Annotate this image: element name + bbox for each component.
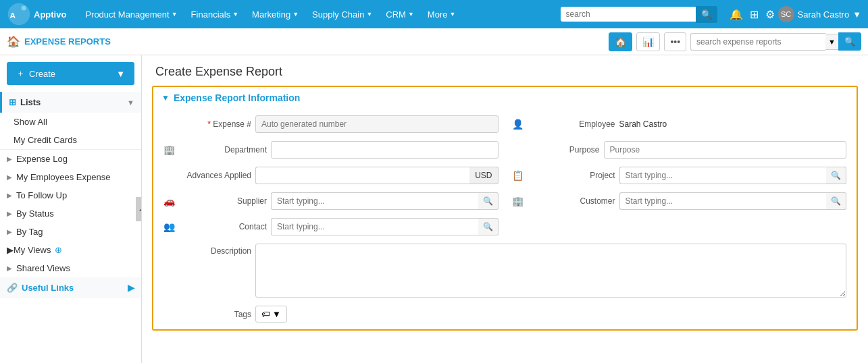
section-title: Expense Report Information [174, 92, 300, 103]
customer-input[interactable] [619, 192, 827, 210]
tags-button[interactable]: 🏷 ▼ [255, 306, 287, 323]
sidebar-item-by-status[interactable]: ▶ By Status [0, 204, 141, 223]
expense-num-input[interactable] [255, 115, 499, 133]
purpose-row: Purpose [512, 141, 847, 159]
purpose-input[interactable] [604, 141, 847, 159]
main-layout: ＋ Create ▼ ⊞ Lists ▼ Show All My Credit … [0, 55, 868, 363]
svg-point-2 [22, 5, 26, 10]
lists-icon: ⊞ [9, 97, 16, 107]
department-label: Department [179, 145, 267, 155]
tag-icon: 🏷 [261, 309, 270, 319]
app-search-button[interactable]: 🔍 [838, 32, 861, 51]
user-menu[interactable]: SC Sarah Castro ▼ [778, 6, 861, 22]
department-input[interactable] [271, 141, 499, 159]
customer-label: Customer [528, 196, 615, 206]
advances-row: Advances Applied 0.00 USD [163, 167, 499, 184]
sidebar-item-my-credit-cards[interactable]: My Credit Cards [0, 131, 141, 149]
lists-header[interactable]: ⊞ Lists ▼ [0, 92, 141, 113]
contact-input-group: 🔍 [271, 218, 499, 235]
nav-arrow-icon: ▼ [232, 11, 238, 18]
add-view-icon: ⊕ [55, 245, 62, 255]
department-row: 🏢 Department [163, 141, 499, 159]
content-area: Create Expense Report ▼ Expense Report I… [142, 55, 868, 363]
lists-chevron: ▼ [127, 99, 134, 107]
create-dropdown-icon: ▼ [116, 69, 125, 79]
create-button[interactable]: ＋ Create ▼ [7, 62, 134, 85]
app-logo[interactable]: A Apptivo [7, 2, 66, 26]
form-body: Expense # 👤 Employee Sarah Castro 🏢 Depa… [153, 109, 857, 329]
employee-row: 👤 Employee Sarah Castro [512, 115, 847, 133]
tags-row: Tags 🏷 ▼ [163, 306, 846, 323]
project-search-button[interactable]: 🔍 [826, 167, 846, 184]
sidebar: ＋ Create ▼ ⊞ Lists ▼ Show All My Credit … [0, 55, 142, 363]
customer-row: 🏢 Customer 🔍 [512, 192, 847, 210]
sidebar-item-my-views[interactable]: ▶ My Views ⊕ [0, 241, 141, 259]
nav-product-management[interactable]: Product Management ▼ [80, 7, 182, 22]
sidebar-item-to-follow-up[interactable]: ▶ To Follow Up [0, 186, 141, 204]
chart-button[interactable]: 📊 [636, 32, 660, 51]
nav-arrow-icon: ▼ [172, 11, 178, 18]
sidebar-item-expense-log[interactable]: ▶ Expense Log [0, 150, 141, 168]
sidebar-item-my-employees-expense[interactable]: ▶ My Employees Expense [0, 168, 141, 186]
page-title: EXPENSE REPORTS [24, 36, 111, 47]
project-row: 📋 Project 🔍 [512, 167, 847, 184]
employee-value: Sarah Castro [619, 119, 667, 129]
avatar: SC [778, 6, 794, 22]
supplier-search-button[interactable]: 🔍 [478, 192, 499, 210]
section-header[interactable]: ▼ Expense Report Information [153, 87, 857, 109]
top-search-button[interactable]: 🔍 [696, 6, 717, 23]
bell-icon[interactable]: 🔔 [730, 8, 743, 21]
chevron-right-icon: ▶ [128, 283, 134, 293]
customer-search-button[interactable]: 🔍 [826, 192, 846, 210]
purpose-label: Purpose [512, 145, 600, 155]
expense-report-info-section: ▼ Expense Report Information Expense # 👤… [152, 86, 858, 331]
project-input-group: 🔍 [619, 167, 847, 184]
plus-icon: ＋ [16, 67, 25, 80]
top-search-input[interactable] [561, 7, 696, 22]
top-navigation: A Apptivo Product Management ▼ Financial… [0, 0, 868, 28]
expand-icon: ▶ [7, 155, 12, 163]
description-input[interactable] [255, 244, 846, 298]
supplier-input[interactable] [271, 192, 478, 210]
nav-arrow-icon: ▼ [366, 11, 372, 18]
nav-more[interactable]: More ▼ [422, 7, 461, 22]
top-icons: 🔔 ⊞ ⚙ [730, 8, 775, 21]
sidebar-collapse-button[interactable]: ◀ [136, 197, 142, 221]
grid-icon[interactable]: ⊞ [750, 8, 759, 21]
expand-icon: ▶ [7, 228, 12, 235]
link-icon: 🔗 [7, 283, 18, 293]
project-input[interactable] [619, 167, 827, 184]
sidebar-item-useful-links[interactable]: 🔗 Useful Links ▶ [0, 277, 141, 298]
project-icon: 📋 [512, 170, 524, 181]
sidebar-item-show-all[interactable]: Show All [0, 113, 141, 131]
home-button[interactable]: 🏠 [609, 32, 632, 51]
contact-row: 👥 Contact 🔍 [163, 218, 499, 235]
contact-input[interactable] [271, 218, 478, 235]
nav-marketing[interactable]: Marketing ▼ [247, 7, 304, 22]
app-bar-actions: 🏠 📊 ••• ▼ 🔍 [609, 32, 861, 51]
customer-input-group: 🔍 [619, 192, 847, 210]
contact-search-button[interactable]: 🔍 [478, 218, 499, 235]
contact-label: Contact [179, 222, 267, 231]
more-options-button[interactable]: ••• [664, 32, 686, 51]
tags-dropdown-icon: ▼ [272, 309, 281, 319]
sidebar-item-shared-views[interactable]: ▶ Shared Views [0, 259, 141, 277]
project-label: Project [528, 171, 615, 180]
description-label: Description [163, 244, 251, 256]
nav-menu: Product Management ▼ Financials ▼ Market… [80, 7, 553, 22]
expand-icon: ▶ [7, 245, 14, 255]
advances-input[interactable]: 0.00 [255, 167, 469, 184]
nav-supply-chain[interactable]: Supply Chain ▼ [307, 7, 378, 22]
app-search-input[interactable] [690, 33, 825, 51]
app-search-dropdown[interactable]: ▼ [825, 34, 838, 50]
advances-label: Advances Applied [163, 171, 251, 180]
sidebar-item-by-tag[interactable]: ▶ By Tag [0, 223, 141, 241]
app-title: 🏠 EXPENSE REPORTS [7, 35, 609, 48]
settings-icon[interactable]: ⚙ [765, 8, 775, 21]
nav-financials[interactable]: Financials ▼ [186, 7, 244, 22]
expense-num-label: Expense # [163, 119, 251, 129]
nav-crm[interactable]: CRM ▼ [380, 7, 419, 22]
expand-icon: ▶ [7, 210, 12, 217]
supplier-icon: 🚗 [163, 196, 175, 206]
advances-currency: USD [469, 167, 498, 184]
